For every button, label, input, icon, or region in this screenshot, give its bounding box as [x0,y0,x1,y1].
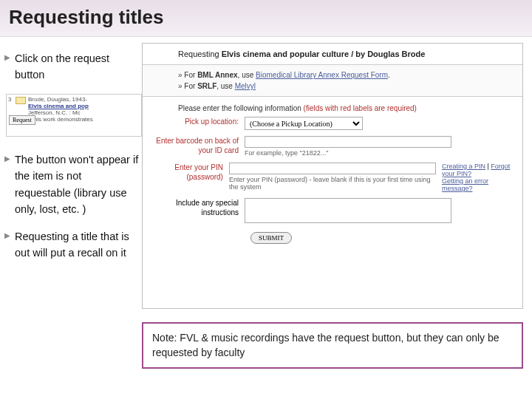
result-description: "This work demonstrates [28,116,140,123]
special-label: Include any special instructions [156,198,245,217]
result-title-link[interactable]: Elvis cinema and pop [28,103,140,109]
bullet-text: Requesting a title that is out will put … [15,228,140,262]
pin-hint: Enter your PIN (password) - leave blank … [229,176,436,191]
form-instructions: Please enter the following information (… [143,97,522,114]
pickup-row: Pick up location: (Choose a Pickup Locat… [143,114,522,133]
slide-header: Requesting titles [0,0,532,37]
pickup-location-select[interactable]: (Choose a Pickup Location) [245,117,363,130]
bullet-text: The button won't appear if the item is n… [15,151,140,218]
form-heading-prefix: Requesting [178,50,222,58]
submit-row: SUBMIT [143,226,522,244]
catalog-snippet: 3 Brode, Douglas, 1943- Elvis cinema and… [6,94,142,137]
bml-request-link[interactable]: Biomedical Library Annex Request Form [256,71,388,79]
book-icon [16,97,26,104]
pickup-label: Pick up location: [156,117,245,126]
page-title: Requesting titles [9,6,523,29]
bullet-1: ▶ Click on the request button [4,50,140,83]
form-notice-block: For BML Annex, use Biomedical Library An… [143,64,522,97]
error-help-link[interactable]: Getting an error message? [442,177,488,192]
pin-help-links: Creating a PIN | Forgot your PIN? Gettin… [436,163,515,192]
request-button[interactable]: Request [9,115,35,125]
bullet-text: Click on the request button [15,50,140,83]
bullet-2: ▶ The button won't appear if the item is… [4,151,140,218]
barcode-label: Enter barcode on back of your ID card [156,136,245,155]
barcode-hint: For example, type "21822..." [245,149,515,157]
creating-pin-link[interactable]: Creating a PIN [442,163,485,170]
melvyl-link[interactable]: Melvyl [235,82,256,90]
request-form-panel: Requesting Elvis cinema and popular cult… [142,43,523,309]
note-box: Note: FVL & music recordings have the re… [142,322,523,369]
bullet-3: ▶ Requesting a title that is out will pu… [4,228,140,262]
content-area: ▶ Click on the request button 3 Brode, D… [0,37,532,369]
barcode-row: Enter barcode on back of your ID card Fo… [143,133,522,160]
form-heading: Requesting Elvis cinema and popular cult… [143,44,522,64]
special-row: Include any special instructions [143,195,522,226]
result-author: Brode, Douglas, 1943- [28,96,140,103]
special-instructions-textarea[interactable] [245,198,451,223]
result-publisher: Jefferson, N.C. : Mc [28,109,140,116]
submit-button[interactable]: SUBMIT [250,232,292,244]
barcode-input[interactable] [245,136,451,148]
right-column: Requesting Elvis cinema and popular cult… [142,37,531,369]
pin-label: Enter your PIN (password) [156,163,229,182]
form-heading-title: Elvis cinema and popular culture / by Do… [222,50,426,58]
bml-notice: For BML Annex, use Biomedical Library An… [178,69,522,81]
bullet-arrow-icon: ▶ [4,50,15,83]
srlf-notice: For SRLF, use Melvyl [178,81,522,92]
bullet-arrow-icon: ▶ [4,151,15,218]
pin-input[interactable] [229,163,436,174]
bullet-arrow-icon: ▶ [4,228,15,262]
pin-row: Enter your PIN (password) Enter your PIN… [143,160,522,195]
left-column: ▶ Click on the request button 3 Brode, D… [0,37,142,369]
